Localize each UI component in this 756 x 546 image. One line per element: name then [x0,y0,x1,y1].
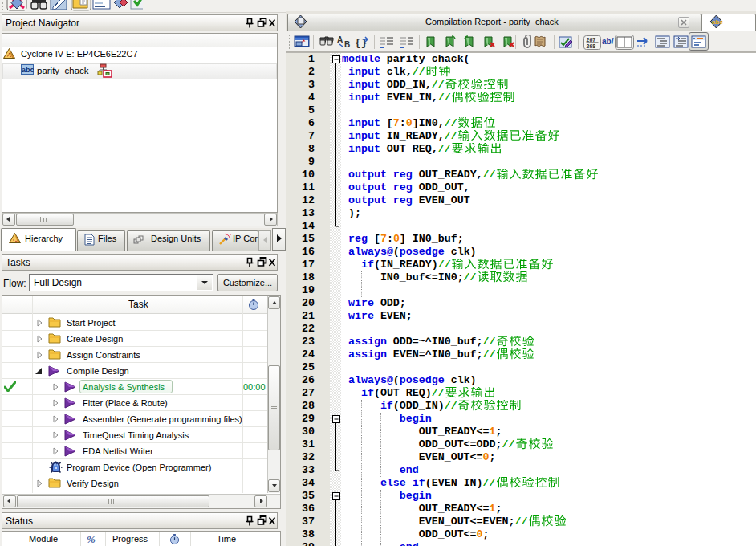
svg-text:abc: abc [712,18,723,26]
svg-text:267: 267 [587,37,596,43]
svg-text:ab/: ab/ [602,37,614,46]
svg-text:A: A [337,35,343,44]
svg-text:abc: abc [22,66,34,74]
svg-text:268: 268 [587,43,596,49]
svg-text:B: B [344,40,350,49]
